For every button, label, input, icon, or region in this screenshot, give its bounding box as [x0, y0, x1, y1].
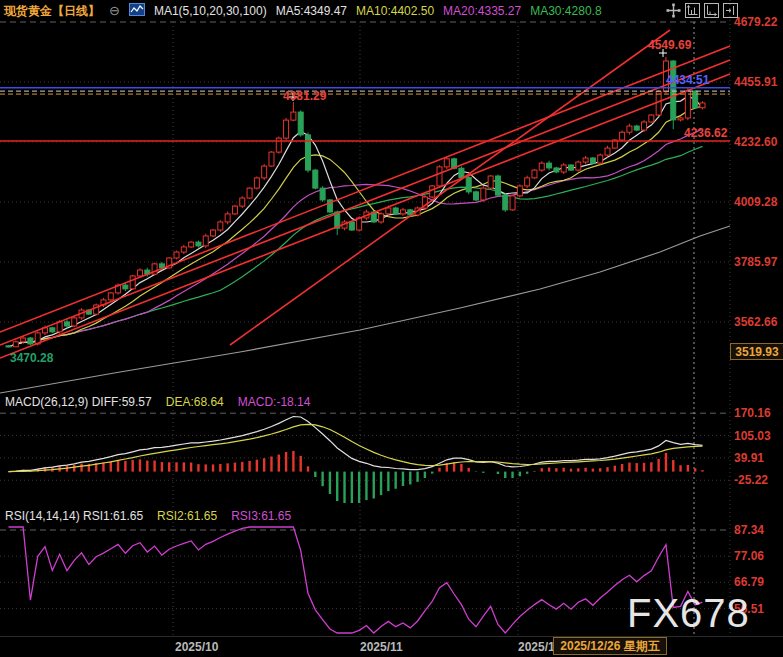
macd-axis-label: -25.22 — [734, 473, 768, 487]
watermark: FX678 — [627, 591, 750, 636]
y-axis-label: 4232.60 — [734, 135, 777, 149]
macd-value: MACD:-18.14 — [238, 395, 311, 409]
ma-settings-label: MA1(5,10,20,30,100) — [154, 4, 267, 18]
ma10-value: MA10:4402.50 — [356, 4, 434, 18]
macd-dea-value: DEA:68.64 — [166, 395, 224, 409]
y-axis-label: 3562.66 — [734, 315, 777, 329]
macd-axis-label: 170.16 — [734, 406, 771, 420]
fit-scale-icon[interactable] — [685, 3, 700, 18]
swing-high-label: 4381.29 — [283, 89, 326, 103]
scale-shift-icon[interactable] — [704, 3, 719, 18]
x-axis-label-nov: 2025/11 — [360, 640, 403, 654]
rsi3-value: RSI3:61.65 — [231, 509, 291, 523]
macd-axis-label: 105.03 — [734, 429, 771, 443]
x-axis-label-dec: 2025/12 — [518, 640, 554, 654]
chart-canvas[interactable] — [0, 0, 783, 657]
ma5-value: MA5:4349.47 — [276, 4, 347, 18]
trading-terminal: { "header": { "title": "现货黄金【日线】", "coll… — [0, 0, 783, 657]
x-axis-label-oct: 2025/10 — [175, 640, 218, 654]
peak-high-label: 4549.69 — [648, 38, 691, 52]
macd-header: MACD(26,12,9) DIFF:59.57 DEA:68.64 MACD:… — [5, 395, 310, 409]
rsi-axis-label: 87.34 — [734, 523, 764, 537]
period-low-label: 3470.28 — [10, 351, 53, 365]
rsi-header: RSI(14,14,14) RSI1:61.65 RSI2:61.65 RSI3… — [5, 509, 291, 523]
red-level-label: 4236.62 — [684, 126, 727, 140]
ma20-value: MA20:4335.27 — [443, 4, 521, 18]
chart-toolbar — [666, 3, 738, 18]
y-axis-label: 4679.22 — [734, 15, 777, 29]
macd-params-diff: MACD(26,12,9) DIFF:59.57 — [5, 395, 152, 409]
macd-axis-label: 39.91 — [734, 451, 764, 465]
crosshair-date-box: 2025/12/26 星期五 — [553, 637, 667, 655]
y-axis-label: 3785.97 — [734, 255, 777, 269]
blue-level-label: 4434.51 — [666, 73, 709, 87]
instrument-title: 现货黄金【日线】 — [4, 3, 100, 20]
y-axis-label: 4455.91 — [734, 75, 777, 89]
jump-latest-icon[interactable] — [723, 3, 738, 18]
ma30-value: MA30:4280.8 — [530, 4, 601, 18]
collapse-icon[interactable]: ⊖ — [109, 5, 120, 17]
rsi-axis-label: 77.06 — [734, 549, 764, 563]
y-axis-label: 4009.28 — [734, 195, 777, 209]
crosshair-price-box: 3519.93 — [730, 343, 783, 360]
rsi-axis-label: 66.79 — [734, 575, 764, 589]
chart-header: 现货黄金【日线】 ⊖ MA1(5,10,20,30,100) MA5:4349.… — [4, 2, 602, 20]
chart-type-icon[interactable] — [129, 3, 145, 19]
rsi-params-rsi1: RSI(14,14,14) RSI1:61.65 — [5, 509, 143, 523]
rsi2-value: RSI2:61.65 — [157, 509, 217, 523]
pan-icon[interactable] — [666, 3, 681, 18]
